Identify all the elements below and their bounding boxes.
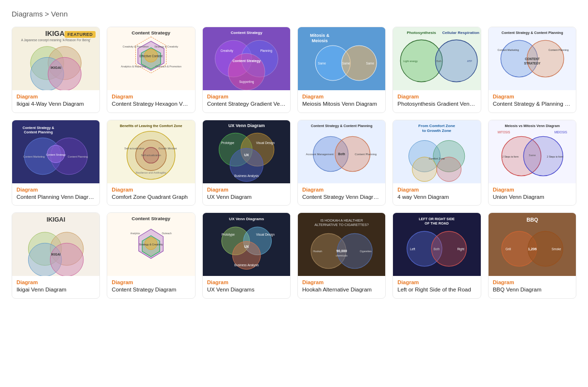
- svg-text:Same: Same: [366, 62, 375, 65]
- card-title-row3-2: Content Strategy Diagram: [112, 286, 190, 294]
- card-info-content-planning-v: DiagramContent Strategy & Planning Ve...: [489, 90, 576, 113]
- card-info-content-gradient: DiagramContent Strategy Gradient Venn...: [203, 90, 290, 113]
- card-title-content-gradient: Content Strategy Gradient Venn...: [207, 100, 286, 108]
- card-row3-6[interactable]: BBQ Grill Smoke 1,206 DiagramBBQ Venn Di…: [488, 212, 576, 299]
- svg-text:Effective Content: Effective Content: [140, 54, 163, 58]
- svg-text:Content Marketing: Content Marketing: [497, 48, 519, 51]
- card-content-strategy-hex[interactable]: Content Strategy Effective Content Creat…: [107, 27, 195, 113]
- card-union-venn[interactable]: Meiosis vs Mitosis Venn Diagram MITOSIS …: [488, 120, 576, 206]
- card-type-row3-6: Diagram: [493, 279, 572, 285]
- svg-text:Photosynthesis: Photosynthesis: [407, 31, 437, 35]
- card-type-comfort-zone: Diagram: [112, 187, 190, 193]
- card-type-content-strategy-hex: Diagram: [112, 94, 190, 99]
- card-photosynthesis[interactable]: Photosynthesis Cellular Respiration Ligh…: [392, 27, 481, 113]
- svg-text:Cellular Respiration: Cellular Respiration: [442, 31, 480, 35]
- svg-text:Outreach & Promotion: Outreach & Promotion: [156, 65, 181, 68]
- svg-point-108: [50, 243, 83, 276]
- svg-text:Both: Both: [434, 247, 440, 251]
- thumb-meiosis: Mitosis & Meiosis Same Same Same: [298, 27, 385, 90]
- card-title-row3-6: BBQ Venn Diagram: [493, 286, 572, 294]
- svg-text:Left: Left: [410, 247, 416, 251]
- svg-text:Outreach: Outreach: [162, 232, 172, 235]
- svg-point-91: [412, 157, 437, 181]
- card-ikigai[interactable]: IKIGAI A Japanese concept meaning 'A Rea…: [12, 27, 100, 113]
- svg-text:Self-actualization: Self-actualization: [141, 154, 161, 157]
- card-type-content-planning2: Diagram: [16, 187, 95, 193]
- card-info-ikigai: DiagramIkigai 4-Way Venn Diagram: [12, 90, 99, 113]
- svg-text:Content Strategy & Content Pla: Content Strategy & Content Planning: [501, 31, 563, 35]
- card-info-union-venn: DiagramUnion Venn Diagram: [489, 183, 576, 206]
- svg-text:Grill: Grill: [506, 247, 511, 251]
- card-row3-2[interactable]: Content Strategy Strategy & Creativity A…: [107, 212, 195, 299]
- svg-text:Account Management: Account Management: [306, 153, 334, 156]
- svg-text:Strategy & Creativity: Strategy & Creativity: [139, 243, 163, 246]
- breadcrumb-parent[interactable]: Diagrams: [12, 10, 43, 18]
- thumb-photosynthesis: Photosynthesis Cellular Respiration Ligh…: [393, 27, 480, 90]
- card-content-gradient[interactable]: Content Strategy Creativity Planning Sup…: [202, 27, 291, 113]
- svg-text:IKIGAI: IKIGAI: [45, 30, 66, 37]
- card-title-meiosis: Meiosis Mitosis Venn Diagram: [302, 100, 381, 108]
- thumb-content-venn: Content Strategy & Content Planning Acco…: [298, 120, 385, 183]
- card-meiosis[interactable]: Mitosis & Meiosis Same Same Same Diagram…: [297, 27, 386, 113]
- card-content-planning2[interactable]: Content Strategy & Content Planning Cont…: [12, 120, 100, 206]
- svg-text:Both: Both: [338, 152, 345, 156]
- card-ux-venn[interactable]: UX Venn Diagram Prototype Visual Design …: [202, 120, 291, 206]
- card-4way-venn[interactable]: From Comfort Zone to Growth Zone Comfort…: [392, 120, 481, 206]
- thumb-row3-3: UX Venn Diagrams Prototype Visual Design…: [203, 213, 290, 276]
- svg-text:90,000: 90,000: [336, 249, 347, 253]
- card-info-row3-3: DiagramUX Venn Diagrams: [203, 276, 290, 298]
- diagram-grid: IKIGAI A Japanese concept meaning 'A Rea…: [12, 27, 576, 299]
- card-content-planning-v[interactable]: Content Strategy & Content Planning Cont…: [488, 27, 576, 113]
- card-type-union-venn: Diagram: [493, 187, 572, 193]
- svg-text:Content Strategy &: Content Strategy &: [22, 126, 54, 130]
- thumb-ikigai: IKIGAI A Japanese concept meaning 'A Rea…: [12, 27, 99, 90]
- card-title-comfort-zone: Comfort Zone Quadrant Graph: [112, 194, 190, 201]
- thumb-union-venn: Meiosis vs Mitosis Venn Diagram MITOSIS …: [489, 120, 576, 183]
- svg-text:Comfort Zone: Comfort Zone: [429, 157, 445, 160]
- svg-text:STRATEGY: STRATEGY: [524, 62, 541, 65]
- thumb-row3-5: LEFT OR RIGHT SIDE OF THE ROAD Left Righ…: [393, 213, 480, 276]
- card-type-row3-5: Diagram: [397, 279, 476, 285]
- card-title-content-planning2: Content Planning Venn Diagram: [16, 194, 95, 201]
- svg-text:Benefits of Leaving the Comfor: Benefits of Leaving the Comfort Zone: [120, 123, 182, 128]
- breadcrumb-separator: >: [45, 10, 51, 18]
- card-title-4way-venn: 4 way Venn Diagram: [397, 194, 476, 201]
- svg-text:Cigarettes: Cigarettes: [359, 250, 372, 253]
- svg-text:UX Venn Diagrams: UX Venn Diagrams: [229, 217, 264, 221]
- card-content-venn[interactable]: Content Strategy & Content Planning Acco…: [297, 120, 386, 206]
- svg-text:From Comfort Zone: From Comfort Zone: [419, 124, 456, 128]
- card-row3-5[interactable]: LEFT OR RIGHT SIDE OF THE ROAD Left Righ…: [392, 212, 481, 299]
- thumb-row3-2: Content Strategy Strategy & Creativity A…: [107, 213, 195, 276]
- svg-text:Business Analysis: Business Analysis: [234, 174, 259, 178]
- svg-text:Hookah: Hookah: [313, 250, 322, 253]
- svg-text:Content Strategy: Content Strategy: [132, 30, 171, 35]
- svg-text:Resilience and Antifragility: Resilience and Antifragility: [136, 171, 166, 174]
- card-info-ux-venn: DiagramUX Venn Diagram: [203, 183, 290, 206]
- thumb-content-planning2: Content Strategy & Content Planning Cont…: [12, 120, 99, 183]
- card-row3-4[interactable]: IS HOOKAH A HEALTHIER ALTERNATIVE TO CIG…: [297, 212, 386, 299]
- card-type-row3-2: Diagram: [112, 279, 190, 285]
- card-info-photosynthesis: DiagramPhotosynthesis Gradient Venn D...: [393, 90, 480, 113]
- svg-text:Supporting: Supporting: [239, 80, 254, 84]
- card-title-row3-4: Hookah Alternative Diagram: [302, 286, 381, 294]
- thumb-content-strategy-hex: Content Strategy Effective Content Creat…: [107, 27, 195, 90]
- thumb-row3-4: IS HOOKAH A HEALTHIER ALTERNATIVE TO CIG…: [298, 213, 385, 276]
- svg-text:LEFT OR RIGHT SIDE: LEFT OR RIGHT SIDE: [419, 217, 455, 221]
- svg-text:Same: Same: [342, 62, 350, 65]
- svg-text:Content Planning: Content Planning: [24, 130, 53, 134]
- svg-text:Content Planning: Content Planning: [548, 48, 568, 51]
- card-row3-1[interactable]: IKIGAI IKIGAI DiagramIkigai Venn Diagram: [12, 212, 100, 299]
- svg-text:Right: Right: [457, 247, 465, 251]
- svg-text:Strategy & Creativity: Strategy & Creativity: [154, 45, 178, 48]
- card-comfort-zone[interactable]: Benefits of Leaving the Comfort Zone Sel…: [107, 120, 195, 206]
- thumb-ux-venn: UX Venn Diagram Prototype Visual Design …: [203, 120, 290, 183]
- svg-text:Meiosis vs Mitosis Venn Diagra: Meiosis vs Mitosis Venn Diagram: [505, 123, 559, 128]
- svg-text:1,206: 1,206: [528, 247, 537, 251]
- svg-text:Prototype: Prototype: [221, 233, 234, 237]
- card-row3-3[interactable]: UX Venn Diagrams Prototype Visual Design…: [202, 212, 291, 299]
- breadcrumb-current: Venn: [51, 10, 67, 18]
- svg-text:CONTENT: CONTENT: [525, 57, 540, 61]
- svg-text:Business Analysis: Business Analysis: [234, 263, 259, 267]
- svg-text:Prototype: Prototype: [221, 141, 234, 145]
- svg-text:UX: UX: [244, 244, 249, 249]
